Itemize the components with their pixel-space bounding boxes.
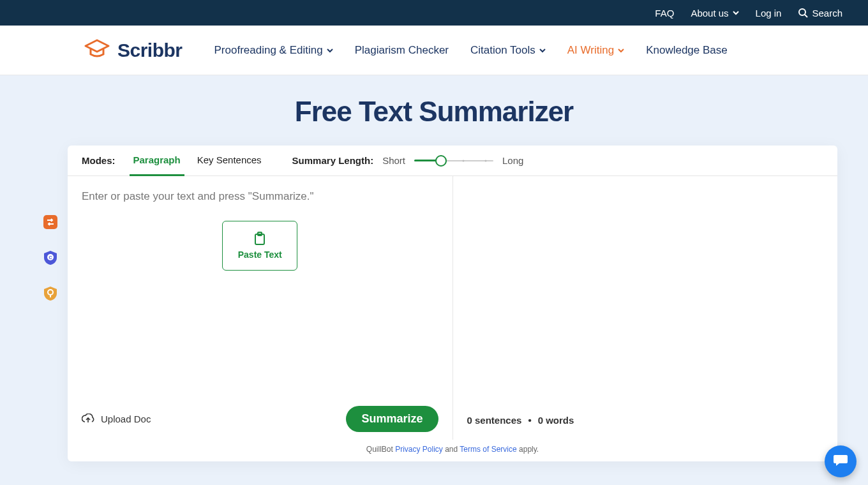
summary-length-max: Long: [502, 155, 523, 166]
output-pane: 0 sentences • 0 words: [453, 176, 838, 440]
search-icon: [798, 8, 808, 18]
upload-icon: [82, 414, 94, 425]
faq-link[interactable]: FAQ: [655, 8, 674, 19]
brand-name: Scribbr: [117, 40, 183, 61]
nav-item-label: Plagiarism Checker: [355, 44, 449, 57]
nav-item-label: Knowledge Base: [646, 44, 728, 57]
nav-item-label: AI Writing: [567, 44, 614, 57]
words-count: 0 words: [538, 415, 574, 426]
tool-icon-shield-search[interactable]: [42, 285, 59, 302]
output-stats: 0 sentences • 0 words: [467, 415, 824, 426]
upload-doc-label: Upload Doc: [101, 414, 151, 424]
nav-knowledge-base[interactable]: Knowledge Base: [646, 44, 728, 57]
chat-widget-button[interactable]: [825, 445, 857, 477]
graduation-cap-icon: [83, 38, 111, 63]
summarize-button[interactable]: Summarize: [346, 406, 438, 432]
utility-bar: FAQ About us Log in Search: [0, 0, 868, 26]
paste-text-button[interactable]: Paste Text: [222, 221, 297, 271]
chevron-down-icon: [327, 48, 333, 53]
legal-and: and: [443, 445, 460, 454]
mode-tab-paragraph[interactable]: Paragraph: [130, 146, 184, 176]
chevron-down-icon: [733, 10, 739, 15]
svg-text:C: C: [49, 255, 52, 260]
brand-logo[interactable]: Scribbr: [83, 38, 183, 63]
sentences-count: 0 sentences: [467, 415, 522, 426]
chat-icon: [832, 452, 849, 471]
main-header: Scribbr Proofreading & Editing Plagiaris…: [0, 26, 868, 75]
primary-nav: Proofreading & Editing Plagiarism Checke…: [214, 44, 728, 57]
nav-item-label: Proofreading & Editing: [214, 44, 323, 57]
svg-rect-2: [43, 215, 57, 229]
privacy-policy-link[interactable]: Privacy Policy: [395, 445, 443, 454]
mode-tab-key-sentences[interactable]: Key Sentences: [193, 146, 266, 176]
upload-doc-button[interactable]: Upload Doc: [82, 414, 151, 425]
paste-text-label: Paste Text: [238, 250, 282, 260]
terms-of-service-link[interactable]: Terms of Service: [460, 445, 516, 454]
slider-tick: [484, 160, 486, 161]
input-placeholder: Enter or paste your text and press "Summ…: [82, 190, 438, 203]
slider-tick: [462, 160, 464, 161]
summary-length-slider[interactable]: [414, 155, 493, 167]
slider-thumb[interactable]: [435, 155, 447, 167]
svg-line-1: [805, 15, 807, 17]
summarizer-toolbar: Modes: Paragraph Key Sentences Summary L…: [68, 146, 837, 176]
legal-prefix: QuillBot: [366, 445, 395, 454]
side-tool-rail: C: [42, 214, 59, 302]
clipboard-icon: [253, 232, 266, 246]
search-label: Search: [812, 8, 842, 19]
nav-item-label: Citation Tools: [470, 44, 535, 57]
summary-length-label: Summary Length:: [292, 155, 374, 166]
chevron-down-icon: [539, 48, 546, 53]
legal-suffix: apply.: [517, 445, 539, 454]
chevron-down-icon: [618, 48, 624, 53]
about-us-label: About us: [691, 8, 728, 19]
modes-label: Modes:: [82, 155, 116, 166]
summarizer-card: Modes: Paragraph Key Sentences Summary L…: [68, 146, 837, 461]
tool-icon-swap[interactable]: [42, 214, 59, 230]
separator-dot: •: [528, 415, 531, 426]
summary-length-min: Short: [382, 155, 405, 166]
nav-plagiarism-checker[interactable]: Plagiarism Checker: [355, 44, 449, 57]
editor-split: Enter or paste your text and press "Summ…: [68, 176, 837, 440]
input-pane-footer: Upload Doc Summarize: [82, 406, 438, 432]
login-link[interactable]: Log in: [756, 8, 782, 19]
nav-ai-writing[interactable]: AI Writing: [567, 44, 624, 57]
svg-point-0: [799, 9, 805, 15]
legal-footer: QuillBot Privacy Policy and Terms of Ser…: [68, 440, 837, 461]
nav-proofreading-editing[interactable]: Proofreading & Editing: [214, 44, 333, 57]
about-us-link[interactable]: About us: [691, 8, 738, 19]
page-title: Free Text Summarizer: [0, 75, 868, 146]
tool-icon-shield-check[interactable]: C: [42, 250, 59, 266]
input-pane[interactable]: Enter or paste your text and press "Summ…: [68, 176, 453, 440]
nav-citation-tools[interactable]: Citation Tools: [470, 44, 546, 57]
search-link[interactable]: Search: [798, 8, 842, 19]
